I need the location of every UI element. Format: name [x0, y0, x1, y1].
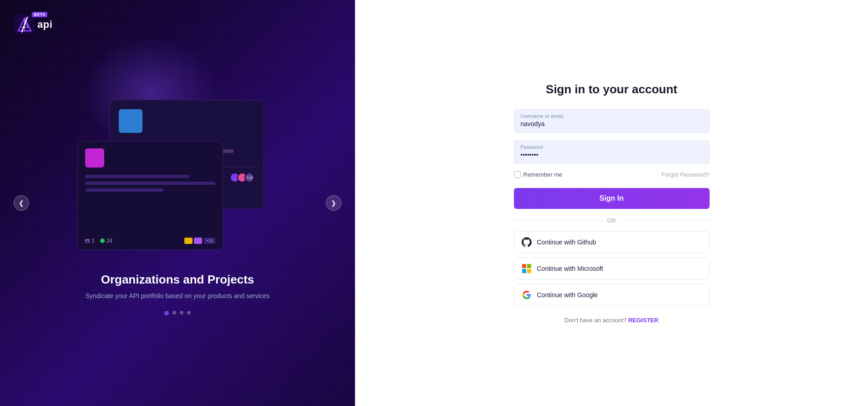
logo: BETA api [15, 15, 52, 35]
color-bars-group: +22 [184, 238, 215, 244]
microsoft-icon [522, 264, 532, 274]
carousel-prev-button[interactable]: ❮ [14, 195, 29, 211]
logo-text: api [37, 19, 52, 30]
beta-badge: BETA [32, 12, 47, 17]
dot-2[interactable] [173, 311, 176, 315]
colors-more: +22 [204, 238, 215, 244]
carousel-next-button[interactable]: ❯ [326, 195, 341, 211]
google-button[interactable]: Continue with Google [514, 284, 710, 306]
password-wrapper: Password: [514, 140, 710, 164]
or-line-right [620, 220, 709, 221]
front-stat-value-1: 1 [91, 238, 95, 244]
github-button[interactable]: Continue with Github [514, 231, 710, 253]
options-row: Remember me Forgot Password? [514, 171, 710, 178]
carousel-title: Organizations and Projects [101, 273, 254, 287]
carousel: 8 3 +12 [0, 91, 355, 315]
front-line-3 [85, 188, 163, 192]
avatars-group: +12 [230, 173, 254, 183]
remember-checkbox[interactable] [514, 171, 521, 178]
password-label: Password: [521, 144, 703, 150]
signin-title: Sign in to your account [546, 82, 677, 96]
carousel-description: Syndicate your API portfolio based on yo… [86, 291, 270, 301]
card-front: 1 24 +22 [77, 141, 223, 250]
github-btn-label: Continue with Github [537, 239, 596, 246]
yellow-bar [184, 238, 193, 244]
username-input[interactable] [521, 120, 703, 127]
register-link[interactable]: REGISTER [628, 317, 658, 324]
ms-yellow-sq [527, 269, 531, 273]
card-pink-square [85, 148, 104, 167]
dot-3[interactable] [180, 311, 183, 315]
microsoft-button[interactable]: Continue with Microsoft [514, 258, 710, 279]
remember-me-group: Remember me [514, 171, 563, 178]
signin-form: Sign in to your account Username or emai… [514, 82, 710, 324]
card-blue-square [119, 109, 142, 133]
dot-4[interactable] [187, 311, 191, 315]
microsoft-btn-label: Continue with Microsoft [537, 265, 604, 272]
ms-red-sq [522, 264, 526, 268]
purple-bar [194, 238, 202, 244]
ms-green-sq [527, 264, 531, 268]
avatar-more: +12 [244, 173, 254, 183]
color-bars [184, 238, 202, 244]
front-green-dot [100, 239, 105, 243]
dot-1[interactable] [164, 311, 169, 315]
left-panel: BETA api ❮ ❯ [0, 0, 355, 406]
carousel-content: 8 3 +12 [27, 91, 328, 301]
or-text: OR [607, 217, 616, 224]
remember-label: Remember me [523, 171, 563, 178]
calendar-icon [85, 239, 90, 243]
card-front-bottom: 1 24 +22 [85, 238, 215, 244]
password-group: Password: [514, 140, 710, 164]
password-input[interactable] [521, 151, 703, 158]
username-group: Username or email: [514, 109, 710, 133]
register-row: Don't have an account? REGISTER [564, 317, 658, 324]
signin-button[interactable]: Sign In [514, 188, 710, 209]
github-icon [522, 237, 532, 247]
front-stat-2: 24 [100, 238, 112, 244]
username-wrapper: Username or email: [514, 109, 710, 133]
username-label: Username or email: [521, 113, 703, 119]
front-line-1 [85, 175, 189, 178]
front-stats: 1 24 [85, 238, 112, 244]
logo-icon: BETA [15, 15, 35, 35]
front-line-2 [85, 182, 215, 185]
google-btn-label: Continue with Google [537, 291, 598, 299]
ms-blue-sq [522, 269, 526, 273]
front-stat-value-2: 24 [107, 238, 112, 244]
carousel-dots [164, 311, 191, 315]
google-icon [522, 290, 532, 300]
svg-rect-1 [86, 239, 89, 243]
or-divider: OR [514, 217, 710, 224]
right-panel: Sign in to your account Username or emai… [355, 0, 868, 406]
register-text: Don't have an account? [564, 317, 626, 324]
forgot-password-link[interactable]: Forgot Password? [661, 171, 710, 178]
or-line-left [514, 220, 603, 221]
front-stat-1: 1 [85, 238, 95, 244]
cards-illustration: 8 3 +12 [64, 91, 291, 264]
